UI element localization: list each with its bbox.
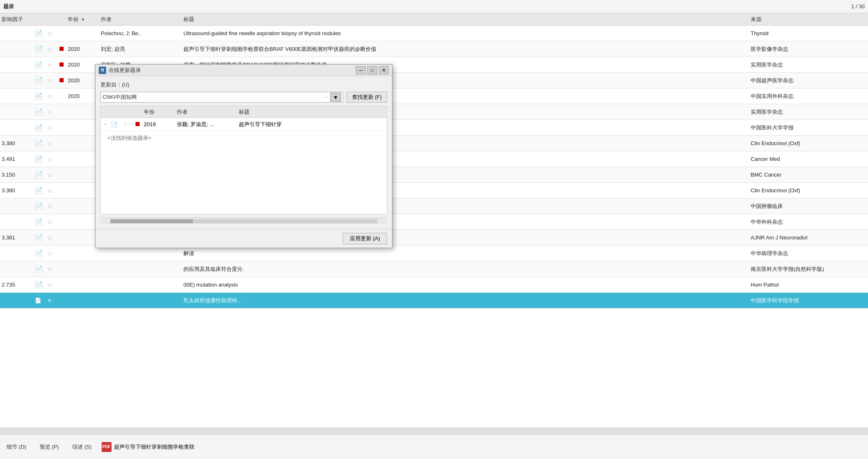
col-header-source[interactable]: 来源 <box>751 16 866 23</box>
cell-star-icon: ☆ <box>47 77 59 84</box>
input-dots: ··· <box>324 94 328 100</box>
cell-doc-icon: 📄 <box>35 234 47 241</box>
cell-star-icon: ☆ <box>47 266 59 273</box>
cell-doc-icon: 📄 <box>35 202 47 210</box>
table-row[interactable]: 📄 ☆ 的应用及其临床符合度分. 南京医科大学学报(自然科学版) <box>0 261 868 277</box>
cell-author: 张颖; 罗渝昆; ... <box>177 121 239 128</box>
source-row: CNKI中国知网 ··· ▼ 查找更新 (F) <box>100 92 387 103</box>
maximize-button[interactable]: □ <box>367 66 377 74</box>
cell-star-icon: ☆ <box>47 30 59 37</box>
bottom-bar: 细节 (D) 预览 (P) 综述 (S) PDF 超声引导下细针穿刺细胞学检查联 <box>0 434 868 459</box>
cell-doc-icon: 📄 <box>35 92 47 100</box>
modal-body: 更新自：(U) CNKI中国知网 ··· ▼ 查找更新 (F) <box>95 76 392 229</box>
cell-source: Hum Pathol <box>751 282 866 288</box>
dropdown-arrow: ▼ <box>333 94 338 100</box>
close-button[interactable]: ✕ <box>379 66 389 74</box>
col-header-author[interactable]: 作者 <box>101 16 183 23</box>
scrollbar-track[interactable] <box>110 219 377 223</box>
cell-author: 刘宏; 赵亮 <box>101 45 183 53</box>
cell-star-icon: ☆ <box>47 282 59 288</box>
source-input-container: CNKI中国知网 ··· ▼ <box>100 92 343 103</box>
update-from-row: 更新自：(U) <box>100 81 387 88</box>
tab-preview[interactable]: 预览 (P) <box>36 442 62 452</box>
minimize-button[interactable]: ─ <box>356 66 366 74</box>
modal-horizontal-scrollbar[interactable] <box>100 218 387 224</box>
cell-source: 中华外科杂志 <box>751 218 866 226</box>
tab-detail[interactable]: 细节 (D) <box>3 442 30 452</box>
cell-doc-icon: 📄 <box>35 45 47 53</box>
cell-dot <box>59 46 68 52</box>
modal-table-row[interactable]: － 📄 ☆ 2019 张颖; 罗渝昆; ... 超声引导下细针穿 <box>101 118 387 131</box>
bottom-title-area: PDF 超声引导下细针穿刺细胞学检查联 <box>102 442 195 452</box>
table-row[interactable]: 📄 ☆ 2020 刘宏; 赵亮 超声引导下细针穿刺细胞学检查联合BRAF V60… <box>0 41 868 57</box>
cell-star-icon: ☆ <box>47 109 59 115</box>
table-row[interactable]: 📄 ☆ Poischou; J; Be.. Ultrasound-guided … <box>0 26 868 41</box>
col-year-header[interactable]: 年份 <box>144 108 177 116</box>
cell-star-icon: ☆ <box>47 156 59 163</box>
source-dropdown-btn[interactable]: ▼ <box>330 93 341 102</box>
check-update-button[interactable]: 查找更新 (F) <box>347 92 387 103</box>
cell-dot <box>59 62 68 68</box>
cell-source: Thyroid <box>751 30 866 36</box>
cell-source: 中国实用外科杂志 <box>751 93 866 100</box>
tab-summary[interactable]: 综述 (S) <box>69 442 95 452</box>
col-title-header[interactable]: 标题 <box>239 108 385 116</box>
article-title: 超声引导下细针穿刺细胞学检查联 <box>114 443 195 451</box>
cell-star-icon: ☆ <box>47 203 59 210</box>
modal-footer: 应用更新 (A) <box>95 229 392 248</box>
cell-impact: 3.491 <box>2 156 35 162</box>
modal-window-controls: ─ □ ✕ <box>356 66 389 74</box>
source-input-text: CNKI中国知网 <box>102 93 324 101</box>
pagination: 1 / 30 <box>851 3 865 10</box>
cell-source: Cancer Med <box>751 156 866 162</box>
cell-doc-icon: 📄 <box>35 297 47 304</box>
cell-doc-icon: 📄 <box>35 171 47 179</box>
cell-star-icon: ☆ <box>123 121 136 127</box>
modal-title-area: N 在线更新题录 <box>99 67 141 74</box>
cell-impact: 2.735 <box>2 282 35 288</box>
modal-table-header: 年份 作者 标题 <box>101 106 387 118</box>
cell-title: 乳头状癌侵袭性病理特... <box>183 297 751 304</box>
cell-source: 医学影像学杂志 <box>751 45 866 53</box>
cell-doc-icon: 📄 <box>35 76 47 84</box>
cell-doc-icon: 📄 <box>35 155 47 163</box>
table-row-highlighted[interactable]: 📄 ★ 乳头状癌侵袭性病理特... 中国医学科学院学报 <box>0 293 868 308</box>
no-candidates-text: <没找到候选题录> <box>101 131 387 214</box>
cell-star-icon: ☆ <box>47 46 59 53</box>
scrollbar-thumb[interactable] <box>110 219 193 223</box>
cell-source: 中国医科大学学报 <box>751 124 866 131</box>
cell-source: Clin Endocrinol (Oxf) <box>751 140 866 146</box>
cell-doc-icon: 📄 <box>35 124 47 131</box>
cell-impact: 3.381 <box>2 234 35 241</box>
sort-arrow-year: ▼ <box>81 17 85 22</box>
horizontal-scrollbar[interactable] <box>0 428 868 434</box>
pdf-icon: PDF <box>102 442 112 452</box>
col-header-title[interactable]: 标题 <box>183 16 751 23</box>
cell-doc-icon: 📄 <box>111 121 123 128</box>
col-header-impact[interactable]: 影响因子 <box>2 16 35 23</box>
cell-star-icon: ☆ <box>47 172 59 178</box>
cell-source: 中国超声医学杂志 <box>751 77 866 84</box>
cell-title: 00E) mutation analysis <box>183 282 751 288</box>
col-author-header[interactable]: 作者 <box>177 108 239 116</box>
apply-update-button[interactable]: 应用更新 (A) <box>343 233 387 244</box>
table-row[interactable]: 2.735 📄 ☆ 00E) mutation analysis Hum Pat… <box>0 277 868 293</box>
column-headers: 影响因子 年份 ▼ 作者 标题 来源 <box>0 13 868 26</box>
cell-star-icon: ☆ <box>47 234 59 241</box>
cell-source: 中国医学科学院学报 <box>751 297 866 304</box>
cell-dot <box>136 121 144 127</box>
cell-star-icon: ☆ <box>47 140 59 147</box>
cell-star-icon: ☆ <box>47 250 59 257</box>
online-update-dialog[interactable]: N 在线更新题录 ─ □ ✕ 更新自：(U) CNKI中国知网 ··· ▼ <box>95 64 392 248</box>
cell-source: AJNR Am J Neuroradiol <box>751 234 866 241</box>
cell-expander: － <box>102 121 111 128</box>
cell-star-icon: ☆ <box>47 219 59 225</box>
cell-star-icon: ☆ <box>47 93 59 100</box>
cell-title: 的应用及其临床符合度分. <box>183 265 751 273</box>
cell-title: Ultrasound-guided fine needle aspiration… <box>183 30 751 36</box>
cell-title: 解读 <box>183 250 751 257</box>
update-from-label: 更新自：(U) <box>100 81 129 88</box>
col-header-year[interactable]: 年份 ▼ <box>68 16 101 23</box>
cell-doc-icon: 📄 <box>35 29 47 37</box>
cell-star-icon: ★ <box>47 297 59 304</box>
